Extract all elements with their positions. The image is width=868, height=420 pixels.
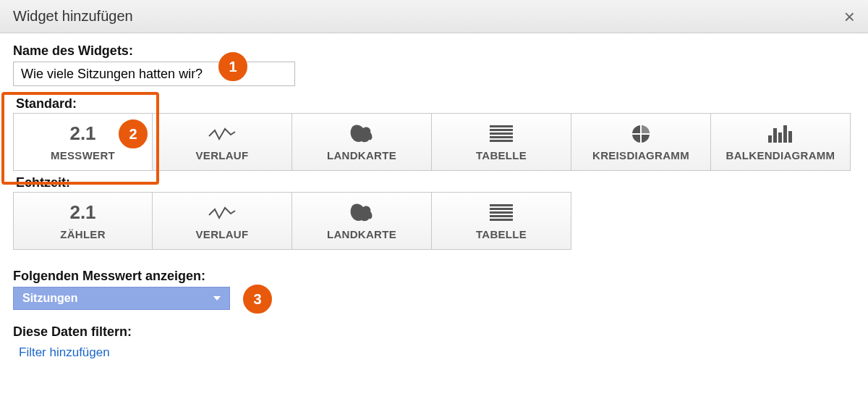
annotation-badge-1: 1: [218, 52, 247, 81]
metric-dropdown-value: Sitzungen: [22, 292, 77, 305]
dialog-header: Widget hinzufügen ×: [0, 0, 868, 33]
svg-rect-3: [490, 136, 513, 138]
map-icon: [349, 123, 375, 145]
realtime-tile-row: 2.1 ZÄHLER VERLAUF LANDKARTE TABELLE: [13, 192, 855, 250]
tile-label: LANDKARTE: [327, 149, 396, 161]
svg-rect-16: [490, 215, 513, 217]
svg-rect-17: [490, 219, 513, 221]
map-icon: [349, 202, 375, 224]
annotation-badge-2: 2: [119, 119, 148, 148]
timeline-icon: [208, 202, 237, 224]
chevron-down-icon: [213, 296, 221, 301]
tile-label: VERLAUF: [196, 228, 249, 240]
bar-chart-icon: [768, 123, 793, 145]
svg-rect-4: [490, 140, 513, 142]
svg-rect-9: [773, 128, 777, 143]
standard-label: Standard:: [16, 96, 855, 112]
annotation-badge-3: 3: [243, 285, 272, 314]
tile-zaehler[interactable]: 2.1 ZÄHLER: [13, 192, 153, 250]
add-filter-link[interactable]: Filter hinzufügen: [19, 345, 110, 360]
svg-rect-0: [490, 125, 513, 127]
dialog-title: Widget hinzufügen: [13, 8, 133, 25]
tile-tabelle[interactable]: TABELLE: [432, 113, 571, 171]
svg-rect-10: [778, 133, 782, 143]
counter-number-icon: 2.1: [69, 202, 95, 224]
pie-chart-icon: [631, 123, 651, 145]
dialog-content: Name des Widgets: 1 Standard: 2.1 MESSWE…: [0, 33, 868, 360]
tile-rt-verlauf[interactable]: VERLAUF: [153, 192, 292, 250]
metric-number-icon: 2.1: [69, 123, 95, 145]
tile-kreisdiagramm[interactable]: KREISDIAGRAMM: [571, 113, 711, 171]
widget-name-row: Name des Widgets: 1: [13, 43, 855, 86]
metric-label: Folgenden Messwert anzeigen:: [13, 269, 855, 284]
close-icon[interactable]: ×: [844, 7, 855, 26]
timeline-icon: [208, 123, 237, 145]
svg-rect-8: [768, 135, 772, 143]
svg-rect-14: [490, 208, 513, 210]
table-icon: [490, 202, 513, 224]
metric-section: Folgenden Messwert anzeigen: Sitzungen 3: [13, 269, 855, 310]
tile-rt-landkarte[interactable]: LANDKARTE: [292, 192, 432, 250]
tile-label: ZÄHLER: [60, 228, 106, 240]
tile-label: VERLAUF: [196, 149, 249, 161]
svg-rect-1: [490, 129, 513, 131]
realtime-label: Echtzeit:: [16, 175, 855, 190]
tile-rt-tabelle[interactable]: TABELLE: [432, 192, 571, 250]
tile-label: KREISDIAGRAMM: [592, 149, 689, 161]
tile-label: BALKENDIAGRAMM: [726, 149, 835, 161]
filter-section: Diese Daten filtern: Filter hinzufügen: [13, 324, 855, 360]
svg-rect-12: [788, 131, 792, 143]
realtime-section: Echtzeit: 2.1 ZÄHLER VERLAUF LANDKARTE: [13, 175, 855, 250]
svg-rect-15: [490, 211, 513, 214]
metric-dropdown[interactable]: Sitzungen: [13, 287, 230, 310]
standard-section: Standard: 2.1 MESSWERT VERLAUF LANDKARTE: [13, 96, 855, 171]
tile-balkendiagramm[interactable]: BALKENDIAGRAMM: [711, 113, 851, 171]
widget-name-label: Name des Widgets:: [13, 43, 855, 59]
tile-label: TABELLE: [476, 228, 527, 240]
widget-name-input[interactable]: [13, 62, 295, 86]
tile-label: TABELLE: [476, 149, 527, 161]
svg-rect-13: [490, 204, 513, 206]
tile-landkarte[interactable]: LANDKARTE: [292, 113, 432, 171]
tile-verlauf[interactable]: VERLAUF: [153, 113, 292, 171]
filter-label: Diese Daten filtern:: [13, 324, 855, 340]
table-icon: [490, 123, 513, 145]
svg-rect-2: [490, 133, 513, 135]
tile-label: LANDKARTE: [327, 228, 396, 240]
svg-rect-11: [783, 125, 787, 143]
tile-label: MESSWERT: [51, 149, 115, 161]
